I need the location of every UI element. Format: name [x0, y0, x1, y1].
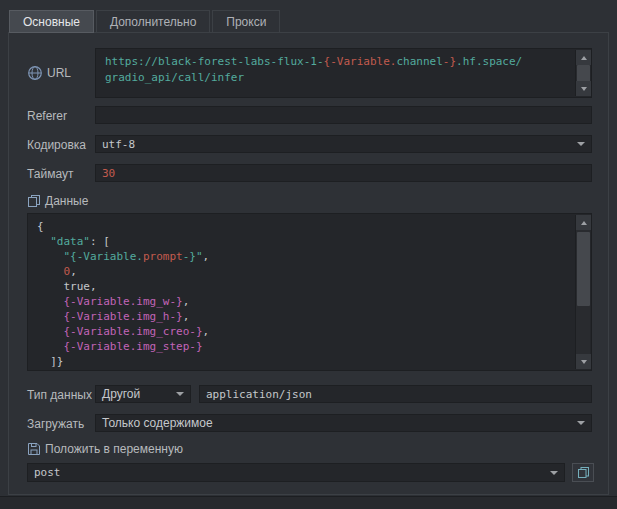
dialog-bottom-edge: [0, 496, 617, 509]
copy-icon: [577, 466, 590, 479]
data-type-value: Другой: [102, 387, 140, 401]
referer-label: Referer: [27, 109, 67, 123]
url-scroll-up-icon[interactable]: [576, 50, 591, 65]
encoding-label: Кодировка: [27, 138, 86, 152]
data-type-label: Тип данных: [27, 388, 92, 402]
tab-proxy-label: Прокси: [226, 15, 266, 29]
timeout-label: Таймаут: [27, 167, 73, 181]
url-label-group: URL: [27, 65, 71, 81]
variable-label: Положить в переменную: [45, 442, 183, 456]
save-icon: [27, 442, 41, 456]
chevron-down-icon: [176, 392, 184, 396]
tab-advanced[interactable]: Дополнительно: [96, 10, 210, 33]
url-label: URL: [47, 66, 71, 80]
chevron-down-icon: [577, 142, 585, 146]
encoding-dropdown[interactable]: utf-8: [95, 135, 592, 153]
variable-section-header: Положить в переменную: [27, 442, 183, 456]
url-scrollbar[interactable]: [575, 50, 590, 96]
load-label: Загружать: [27, 417, 84, 431]
variable-value: post: [34, 466, 61, 479]
content-type-input[interactable]: application/json: [199, 385, 592, 403]
data-input[interactable]: { "data": [ "{-Variable.prompt-}", 0, tr…: [27, 213, 592, 371]
tab-main-label: Основные: [23, 15, 80, 29]
timeout-value: 30: [102, 167, 115, 180]
data-code-text: { "data": [ "{-Variable.prompt-}", 0, tr…: [37, 219, 573, 368]
http-request-settings-dialog: Основные Дополнительно Прокси URL https:…: [0, 0, 617, 509]
chevron-down-icon: [577, 421, 585, 425]
globe-icon: [27, 65, 43, 81]
data-scroll-thumb[interactable]: [577, 232, 590, 306]
tab-proxy[interactable]: Прокси: [212, 10, 280, 33]
data-type-dropdown[interactable]: Другой: [95, 385, 191, 403]
encoding-value: utf-8: [102, 138, 135, 151]
referer-input[interactable]: [95, 106, 592, 124]
load-dropdown[interactable]: Только содержимое: [95, 414, 592, 432]
url-scroll-down-icon[interactable]: [576, 81, 591, 96]
tab-bar: Основные Дополнительно Прокси: [9, 10, 282, 33]
data-label: Данные: [45, 194, 88, 208]
tab-main[interactable]: Основные: [9, 10, 94, 33]
copy-variable-button[interactable]: [572, 463, 594, 482]
load-value: Только содержимое: [102, 416, 213, 430]
tab-advanced-label: Дополнительно: [110, 15, 196, 29]
chevron-down-icon: [550, 471, 558, 475]
data-section-header: Данные: [27, 194, 88, 208]
pages-icon: [27, 194, 41, 208]
content-type-value: application/json: [206, 388, 312, 401]
data-scroll-up-icon[interactable]: [576, 215, 591, 230]
data-scroll-down-icon[interactable]: [576, 354, 591, 369]
data-scrollbar[interactable]: [575, 215, 590, 369]
url-code-text: https://black-forest-labs-flux-1-{-Varia…: [105, 54, 573, 95]
url-input[interactable]: https://black-forest-labs-flux-1-{-Varia…: [95, 48, 592, 98]
timeout-input[interactable]: 30: [95, 164, 592, 182]
variable-dropdown[interactable]: post: [27, 463, 565, 482]
